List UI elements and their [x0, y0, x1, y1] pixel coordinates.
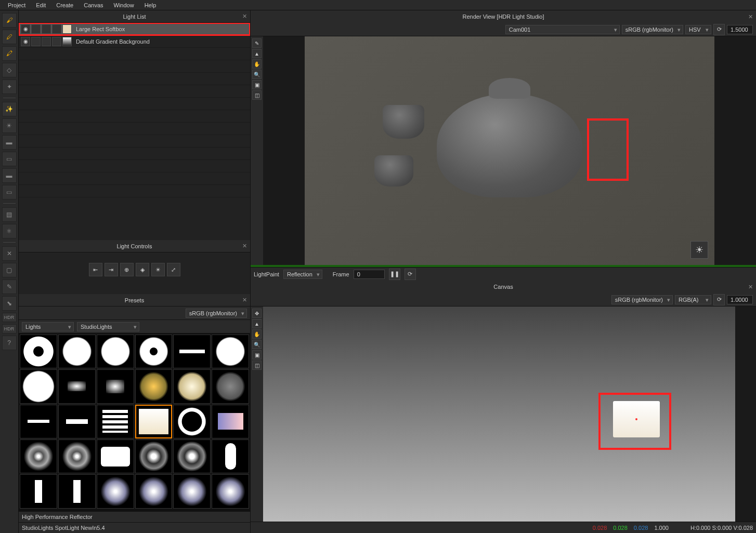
zoom-icon[interactable]: 🔍 — [252, 70, 262, 79]
center-button[interactable]: ⊕ — [120, 263, 134, 276]
preset-item[interactable] — [135, 439, 173, 473]
crop-icon[interactable]: ◫ — [252, 90, 262, 100]
preset-item[interactable] — [20, 439, 57, 473]
light-list-row-empty[interactable] — [19, 98, 250, 110]
flag-toggle[interactable] — [31, 24, 41, 34]
light-list-row-selected[interactable]: ◉ Large Rect Softbox — [19, 23, 250, 35]
fit-icon[interactable]: ▣ — [252, 350, 262, 359]
brightness-button[interactable]: ☀ — [151, 263, 165, 276]
preset-item[interactable] — [20, 335, 57, 368]
tool-rect4[interactable]: ▭ — [2, 185, 17, 199]
preset-item[interactable] — [173, 405, 211, 438]
tool-pencil[interactable]: ✎ — [2, 279, 17, 294]
tool-rect1[interactable]: ▬ — [2, 135, 17, 150]
preset-item[interactable] — [58, 335, 96, 368]
canvas-exposure-input[interactable] — [727, 295, 753, 304]
hand-icon[interactable]: ✋ — [252, 59, 262, 69]
preset-item[interactable] — [173, 369, 211, 403]
crop-icon[interactable]: ◫ — [252, 361, 262, 370]
light-list-row-empty[interactable] — [19, 48, 250, 60]
preset-item[interactable] — [135, 369, 173, 403]
flag-toggle[interactable] — [52, 24, 61, 34]
flag-toggle[interactable] — [31, 37, 41, 46]
preset-item-selected[interactable] — [135, 405, 173, 438]
canvas-channel-dropdown[interactable]: RGB(A) — [675, 295, 711, 304]
tool-close[interactable]: ✕ — [2, 246, 17, 261]
rotate-button[interactable]: ◈ — [136, 263, 149, 276]
camera-dropdown[interactable]: Cam001 — [505, 25, 620, 34]
light-list-row-empty[interactable] — [19, 172, 250, 185]
close-icon[interactable]: ✕ — [242, 243, 247, 249]
presets-subcategory-dropdown[interactable]: StudioLights — [77, 322, 139, 331]
reload-button[interactable]: ⟳ — [405, 269, 416, 280]
fit-icon[interactable]: ▣ — [252, 80, 262, 89]
tool-diamond[interactable]: ◇ — [2, 63, 17, 77]
render-viewport[interactable]: ☀ — [305, 36, 714, 265]
light-list-row-empty[interactable] — [19, 85, 250, 98]
preset-item[interactable] — [212, 474, 249, 508]
preset-item[interactable] — [58, 369, 96, 403]
preset-item[interactable] — [97, 439, 134, 473]
tool-rect3[interactable]: ▬ — [2, 168, 17, 183]
colorspace-dropdown[interactable]: sRGB (rgbMonitor) — [622, 25, 683, 34]
tool-light1[interactable]: ✨ — [2, 102, 17, 116]
menu-create[interactable]: Create — [51, 1, 79, 9]
hand-icon[interactable]: ✋ — [252, 329, 262, 339]
preset-item[interactable] — [212, 405, 249, 438]
close-icon[interactable]: ✕ — [748, 14, 753, 20]
pointer-icon[interactable]: ▲ — [252, 49, 262, 58]
preset-item[interactable] — [20, 474, 57, 508]
preset-item[interactable] — [173, 439, 211, 473]
light-list-row-empty[interactable] — [19, 135, 250, 148]
preset-item[interactable] — [212, 369, 249, 403]
tool-rect2[interactable]: ▭ — [2, 152, 17, 166]
refresh-icon[interactable]: ⟳ — [713, 24, 725, 35]
sun-icon[interactable]: ☀ — [690, 241, 708, 259]
zoom-icon[interactable]: 🔍 — [252, 340, 262, 349]
menu-project[interactable]: Project — [3, 1, 31, 9]
preset-item[interactable] — [20, 369, 57, 403]
move-icon[interactable]: ✥ — [252, 309, 262, 318]
tool-square[interactable]: ▢ — [2, 263, 17, 277]
preset-item[interactable] — [97, 405, 134, 438]
flag-toggle[interactable] — [42, 37, 51, 46]
tool-star[interactable]: ✦ — [2, 79, 17, 94]
close-icon[interactable]: ✕ — [242, 13, 247, 20]
light-list-row-empty[interactable] — [19, 73, 250, 85]
preset-item[interactable] — [135, 474, 173, 508]
move-right-button[interactable]: ⇥ — [105, 263, 118, 276]
light-list-row-empty[interactable] — [19, 148, 250, 160]
light-list-row-empty[interactable] — [19, 60, 250, 73]
presets-colorspace-dropdown[interactable]: sRGB (rgbMonitor) — [186, 309, 247, 318]
brush-icon[interactable]: ✎ — [252, 38, 262, 48]
preset-item[interactable] — [58, 439, 96, 473]
menu-edit[interactable]: Edit — [31, 1, 51, 9]
move-left-button[interactable]: ⇤ — [89, 263, 102, 276]
tool-brush2[interactable]: 🖊 — [2, 30, 17, 44]
close-icon[interactable]: ✕ — [242, 297, 247, 303]
colormode-dropdown[interactable]: HSV — [685, 25, 711, 34]
light-list-row-empty[interactable] — [19, 110, 250, 123]
tool-brush3[interactable]: 🖍 — [2, 46, 17, 61]
menu-window[interactable]: Window — [109, 1, 139, 9]
pause-button[interactable]: ❚❚ — [389, 269, 400, 280]
tool-light2[interactable]: ☀ — [2, 118, 17, 133]
preset-item[interactable] — [212, 335, 249, 368]
preset-item[interactable] — [212, 439, 249, 473]
tool-hdr1[interactable]: HDR — [2, 313, 17, 322]
refresh-icon[interactable]: ⟳ — [713, 294, 725, 305]
light-list-row-empty[interactable] — [19, 160, 250, 172]
menu-help[interactable]: Help — [139, 1, 162, 9]
preset-item[interactable] — [20, 405, 57, 438]
visibility-toggle-icon[interactable]: ◉ — [21, 37, 30, 46]
flag-toggle[interactable] — [52, 37, 61, 46]
frame-input[interactable] — [354, 270, 385, 279]
menu-canvas[interactable]: Canvas — [79, 1, 108, 9]
pointer-icon[interactable]: ▲ — [252, 319, 262, 328]
preset-item[interactable] — [173, 335, 211, 368]
exposure-input[interactable] — [727, 25, 753, 34]
preset-item[interactable] — [135, 335, 173, 368]
tool-layers[interactable]: ▤ — [2, 207, 17, 222]
light-list-row[interactable]: ◉ Default Gradient Background — [19, 35, 250, 48]
preset-item[interactable] — [58, 474, 96, 508]
